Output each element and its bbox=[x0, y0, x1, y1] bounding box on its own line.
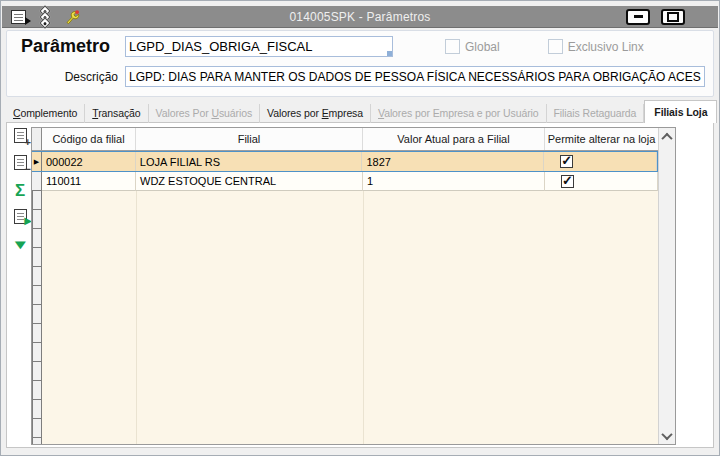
descricao-field-wrap bbox=[125, 66, 705, 87]
exclusivo-linx-checkbox-box bbox=[548, 39, 563, 54]
row-selector-cell bbox=[32, 286, 42, 305]
insert-record-icon[interactable]: + bbox=[11, 128, 29, 145]
parametro-input[interactable] bbox=[125, 36, 393, 57]
cell-valor: 1827 bbox=[362, 152, 544, 171]
row-selector-cell bbox=[32, 419, 42, 438]
tab-valores-por-empresa-e-por-usuario: Valores por Empresa e por Usuário bbox=[371, 104, 547, 123]
column-header-codigo-da-filial[interactable]: Código da filial bbox=[42, 128, 136, 150]
column-line bbox=[363, 191, 364, 445]
grid-empty-area bbox=[32, 191, 658, 445]
row-selector-cell bbox=[32, 381, 42, 400]
permite-checkbox[interactable]: ✓ bbox=[561, 175, 574, 188]
row-selector-cell bbox=[32, 438, 42, 445]
row-selector-cell bbox=[32, 343, 42, 362]
run-form-icon[interactable] bbox=[11, 10, 26, 24]
tab-filiais-loja[interactable]: Filiais Loja bbox=[644, 100, 717, 123]
row-selector-cell bbox=[32, 362, 42, 381]
last-record-icon[interactable]: ▼ bbox=[11, 236, 29, 253]
tab-transacao[interactable]: Transação bbox=[85, 104, 148, 123]
minimize-button[interactable] bbox=[626, 9, 650, 25]
chevron-down-icon bbox=[661, 428, 672, 439]
row-selector-cell bbox=[32, 324, 42, 343]
side-toolbar: + − Σ ▶ ▼ bbox=[9, 128, 31, 253]
parametro-field-wrap bbox=[125, 36, 393, 57]
cell-filial: WDZ ESTOQUE CENTRAL bbox=[136, 172, 363, 191]
column-line bbox=[136, 191, 137, 445]
tab-bar: ComplementoTransaçãoValores Por Usuários… bbox=[6, 100, 714, 123]
row-selector-cell bbox=[32, 305, 42, 324]
tab-valores-por-usuarios: Valores Por Usuários bbox=[149, 104, 260, 123]
filiais-grid: Código da filialFilialValor Atual para a… bbox=[31, 127, 676, 445]
row-selector-column bbox=[32, 191, 42, 445]
restore-button[interactable] bbox=[661, 9, 685, 25]
table-row[interactable]: 110011WDZ ESTOQUE CENTRAL1✓ bbox=[32, 172, 658, 191]
window-title: 014005SPK - Parâmetros bbox=[2, 10, 718, 24]
row-selector-cell bbox=[32, 400, 42, 419]
exclusivo-linx-checkbox-label: Exclusivo Linx bbox=[568, 40, 644, 54]
grid-selector-header bbox=[32, 128, 42, 150]
cell-codigo: 000022 bbox=[42, 152, 136, 171]
global-checkbox: Global bbox=[445, 39, 500, 54]
cell-filial: LOJA FILIAL RS bbox=[136, 152, 363, 171]
grid-body: ▶000022LOJA FILIAL RS1827✓110011WDZ ESTO… bbox=[32, 151, 658, 445]
wrench-icon[interactable] bbox=[64, 9, 81, 25]
scroll-up-button[interactable] bbox=[659, 128, 675, 145]
cell-valor: 1 bbox=[363, 172, 545, 191]
row-selector-cell bbox=[32, 229, 42, 248]
row-selector-cell bbox=[32, 210, 42, 229]
status-stack-icon[interactable] bbox=[41, 8, 49, 26]
tab-content-panel: + − Σ ▶ ▼ Código da filialFilialValor At… bbox=[6, 122, 714, 448]
column-header-permite-alterar-na-loja[interactable]: Permite alterar na loja bbox=[545, 128, 658, 150]
parametro-label: Parâmetro bbox=[15, 36, 125, 57]
tab-valores-por-empresa[interactable]: Valores por Empresa bbox=[260, 104, 371, 123]
tab-filiais-retaguarda: Filiais Retaguarda bbox=[547, 104, 645, 123]
exclusivo-linx-checkbox: Exclusivo Linx bbox=[548, 39, 644, 54]
titlebar: 014005SPK - Parâmetros bbox=[2, 6, 718, 28]
row-selector-cell bbox=[32, 248, 42, 267]
grid-scrollbar[interactable] bbox=[658, 128, 675, 444]
row-selector-cell bbox=[32, 267, 42, 286]
scroll-down-button[interactable] bbox=[659, 427, 675, 444]
sum-icon[interactable]: Σ bbox=[11, 182, 29, 199]
cell-codigo: 110011 bbox=[42, 172, 136, 191]
column-header-valor-atual-para-a-filial[interactable]: Valor Atual para a Filial bbox=[363, 128, 545, 150]
descricao-input[interactable] bbox=[125, 66, 705, 87]
grid-header: Código da filialFilialValor Atual para a… bbox=[32, 128, 658, 151]
row-selector-cell bbox=[32, 191, 42, 210]
row-indicator: ▶ bbox=[32, 152, 42, 171]
row-indicator bbox=[32, 172, 42, 191]
chevron-up-icon bbox=[661, 132, 672, 143]
cell-permite: ✓ bbox=[545, 172, 658, 191]
tab-complemento[interactable]: Complemento bbox=[6, 104, 85, 123]
table-row[interactable]: ▶000022LOJA FILIAL RS1827✓ bbox=[32, 151, 658, 172]
permite-checkbox[interactable]: ✓ bbox=[560, 155, 573, 168]
column-header-filial[interactable]: Filial bbox=[136, 128, 363, 150]
cell-permite: ✓ bbox=[544, 152, 657, 171]
parameter-header-panel: Parâmetro Global Exclusivo Linx Descriçã… bbox=[6, 30, 714, 97]
global-checkbox-box bbox=[445, 39, 460, 54]
post-record-icon[interactable]: ▶ bbox=[11, 209, 29, 226]
delete-record-icon[interactable]: − bbox=[11, 155, 29, 172]
descricao-label: Descrição bbox=[15, 70, 125, 84]
global-checkbox-label: Global bbox=[465, 40, 500, 54]
